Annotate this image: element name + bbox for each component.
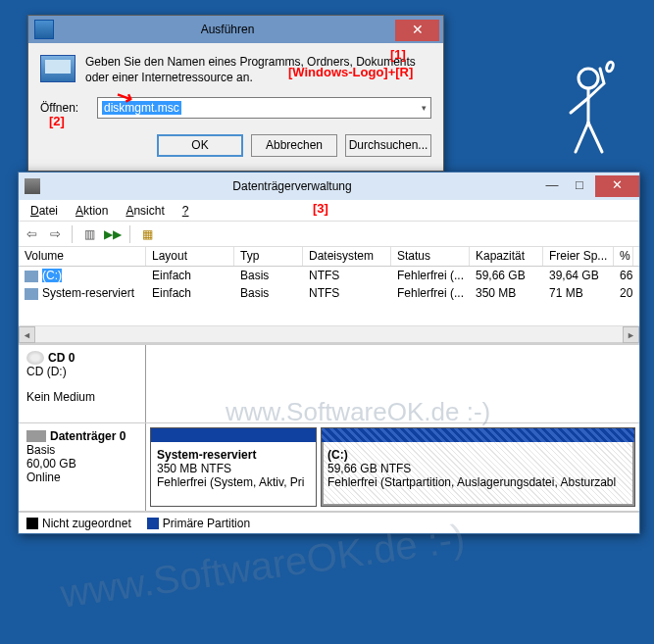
partition-status: Fehlerfrei (Startpartition, Auslagerungs…: [327, 475, 629, 489]
run-command-input[interactable]: diskmgmt.msc ▾: [97, 97, 431, 119]
col-fs[interactable]: Dateisystem: [303, 247, 391, 266]
disk-mgmt-window: Datenträgerverwaltung — □ ✕ Datei Aktion…: [18, 172, 640, 534]
col-frei[interactable]: Freier Sp...: [543, 247, 614, 266]
cell: Fehlerfrei (...: [391, 269, 470, 282]
toolbar-forward-icon[interactable]: ⇨: [46, 225, 64, 243]
cell: Fehlerfrei (...: [391, 286, 470, 300]
dm-minimize-button[interactable]: —: [538, 175, 566, 197]
run-browse-button[interactable]: Durchsuchen...: [345, 134, 431, 157]
dm-titlebar: Datenträgerverwaltung — □ ✕: [19, 173, 639, 200]
run-cancel-button[interactable]: Abbrechen: [251, 134, 337, 157]
menu-ansicht[interactable]: Ansicht: [118, 202, 172, 220]
col-typ[interactable]: Typ: [234, 247, 303, 266]
volume-row[interactable]: (C:) Einfach Basis NTFS Fehlerfrei (... …: [19, 267, 639, 284]
svg-point-1: [605, 61, 614, 72]
disk-type: Basis: [26, 443, 137, 457]
disk-info: CD 0 CD (D:) Kein Medium: [19, 345, 146, 422]
partition-box-selected[interactable]: (C:) 59,66 GB NTFS Fehlerfrei (Startpart…: [321, 427, 635, 507]
disk-sub: CD (D:): [26, 365, 137, 378]
run-dialog: Ausführen ✕ Geben Sie den Namen eines Pr…: [27, 15, 444, 172]
cell: Einfach: [146, 286, 234, 300]
dm-close-button[interactable]: ✕: [595, 175, 639, 197]
cell: 39,64 GB: [543, 269, 614, 282]
thinking-figure-icon: [551, 59, 629, 167]
volume-row[interactable]: System-reserviert Einfach Basis NTFS Feh…: [19, 284, 639, 302]
partition-box[interactable]: System-reserviert 350 MB NTFS Fehlerfrei…: [150, 427, 317, 507]
disk-graphical-view: CD 0 CD (D:) Kein Medium Datenträger 0 B…: [19, 342, 639, 512]
dm-app-icon: [25, 178, 40, 194]
toolbar-help-icon[interactable]: ▦: [138, 225, 156, 243]
volume-list: (C:) Einfach Basis NTFS Fehlerfrei (... …: [19, 267, 639, 325]
disk-size: 60,00 GB: [26, 457, 137, 471]
dm-maximize-button[interactable]: □: [566, 175, 593, 197]
col-status[interactable]: Status: [391, 247, 470, 266]
cell: 59,66 GB: [470, 269, 543, 282]
run-body: Geben Sie den Namen eines Programms, Ord…: [28, 43, 443, 171]
disk-partitions: System-reserviert 350 MB NTFS Fehlerfrei…: [146, 423, 639, 511]
volume-icon: [25, 271, 38, 282]
hdd-icon: [26, 430, 46, 442]
menu-aktion[interactable]: Aktion: [68, 202, 116, 220]
scroll-right-icon[interactable]: ►: [623, 326, 639, 343]
cell: 66: [614, 269, 633, 282]
annotation-2: [2]: [49, 114, 65, 128]
volume-list-header: Volume Layout Typ Dateisystem Status Kap…: [19, 247, 639, 267]
toolbar-properties-icon[interactable]: ▥: [80, 225, 98, 243]
annotation-3: [3]: [313, 201, 328, 216]
partition-name: (C:): [327, 448, 629, 462]
annotation-1-hint: [Windows-Logo]+[R]: [288, 65, 413, 79]
scroll-left-icon[interactable]: ◄: [19, 326, 35, 343]
cell: Basis: [234, 269, 303, 282]
partition-name: System-reserviert: [157, 448, 310, 462]
partition-size: 59,66 GB NTFS: [327, 462, 629, 475]
scroll-track[interactable]: [35, 326, 623, 342]
svg-point-0: [579, 69, 598, 88]
annotation-1: [1]: [390, 47, 406, 62]
volume-name: System-reserviert: [42, 286, 134, 300]
disk-state: Kein Medium: [26, 390, 137, 404]
run-title: Ausführen: [60, 23, 395, 36]
volume-name: (C:): [42, 269, 62, 282]
run-ok-button[interactable]: OK: [157, 134, 243, 157]
legend-primary: Primäre Partition: [147, 517, 250, 530]
legend-swatch-icon: [26, 518, 38, 529]
cell: Basis: [234, 286, 303, 300]
cell: 20: [614, 286, 633, 300]
cell: NTFS: [303, 269, 391, 282]
col-volume[interactable]: Volume: [19, 247, 146, 266]
run-titlebar: Ausführen ✕: [28, 16, 443, 43]
cell: 71 MB: [543, 286, 614, 300]
run-combo-dropdown-icon[interactable]: ▾: [422, 103, 427, 113]
run-command-text: diskmgmt.msc: [102, 101, 181, 115]
dm-menubar: Datei Aktion Ansicht ? [3]: [19, 200, 639, 222]
partition-legend: Nicht zugeordnet Primäre Partition: [19, 512, 639, 533]
run-open-label: Öffnen:: [40, 101, 89, 115]
dm-title: Datenträgerverwaltung: [46, 179, 538, 193]
cell: Einfach: [146, 269, 234, 282]
cell: 350 MB: [470, 286, 543, 300]
disk-title: CD 0: [48, 351, 75, 365]
menu-datei[interactable]: Datei: [23, 202, 66, 220]
disk-partitions: [146, 345, 639, 422]
partition-size: 350 MB NTFS: [157, 462, 310, 475]
run-close-button[interactable]: ✕: [395, 20, 439, 41]
partition-status: Fehlerfrei (System, Aktiv, Pri: [157, 475, 310, 489]
cell: NTFS: [303, 286, 391, 300]
disk-state: Online: [26, 471, 137, 484]
legend-unallocated: Nicht zugeordnet: [26, 517, 131, 530]
volume-hscrollbar[interactable]: ◄ ►: [19, 325, 639, 342]
volume-icon: [25, 288, 38, 300]
run-prompt-icon: [40, 55, 75, 82]
dm-toolbar: ⇦ ⇨ ▥ ▶▶ ▦: [19, 222, 639, 247]
col-kap[interactable]: Kapazität: [470, 247, 543, 266]
disk-title: Datenträger 0: [50, 429, 126, 443]
legend-swatch-icon: [147, 518, 159, 529]
col-pct[interactable]: %: [614, 247, 633, 266]
menu-help[interactable]: ?: [175, 202, 197, 220]
toolbar-refresh-icon[interactable]: ▶▶: [104, 225, 122, 243]
col-layout[interactable]: Layout: [146, 247, 234, 266]
toolbar-back-icon[interactable]: ⇦: [23, 225, 40, 243]
disk-row-cd0[interactable]: CD 0 CD (D:) Kein Medium: [19, 345, 639, 423]
disk-info: Datenträger 0 Basis 60,00 GB Online: [19, 423, 146, 511]
disk-row-disk0[interactable]: Datenträger 0 Basis 60,00 GB Online Syst…: [19, 423, 639, 512]
